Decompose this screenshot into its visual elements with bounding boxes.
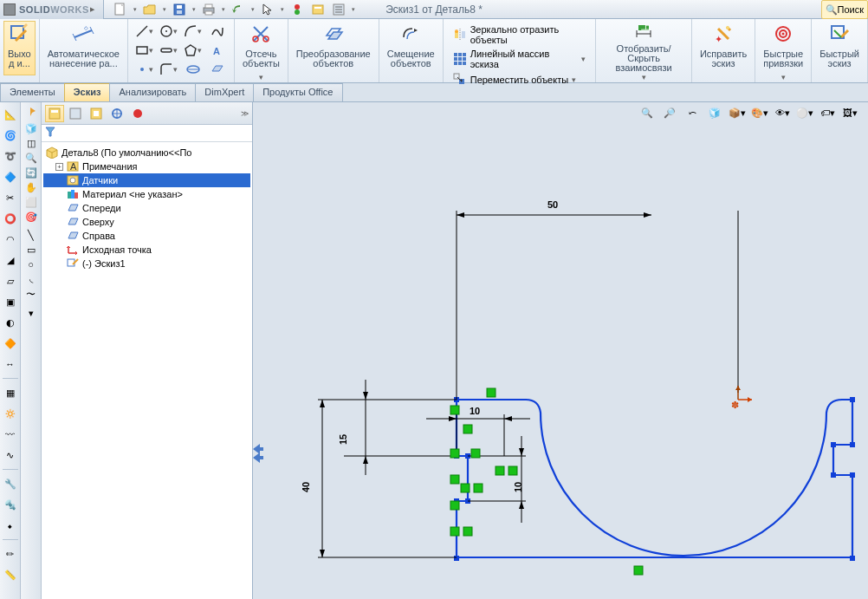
tree-sketch1[interactable]: (-) Эскиз1 xyxy=(43,257,250,270)
search-box[interactable]: 🔍 Поиск xyxy=(821,0,868,19)
vt-sketch2-icon[interactable]: 📏 xyxy=(2,566,19,583)
vt-sketch1-icon[interactable]: ✏ xyxy=(2,545,19,563)
st-arc-icon[interactable]: ◟ xyxy=(29,273,33,284)
st-view-icon[interactable]: 🧊 xyxy=(25,123,37,134)
dropdown-icon[interactable]: ▾ xyxy=(220,6,227,13)
dimension-50[interactable]: 50 xyxy=(457,199,738,400)
tree-plane-right[interactable]: Справа xyxy=(43,229,250,243)
vt-misc3-icon[interactable]: ⬥ xyxy=(2,517,19,534)
vt-mirror-icon[interactable]: 🔅 xyxy=(2,405,19,422)
ellipse-tool-button[interactable] xyxy=(182,61,204,78)
options-button[interactable] xyxy=(308,1,327,18)
vt-ref-icon[interactable]: 〰 xyxy=(2,426,19,443)
move-entities-button[interactable]: Переместить объекты ▾ xyxy=(449,71,591,88)
dropdown-icon[interactable]: ▾ xyxy=(279,6,286,13)
st-circle-icon[interactable]: ○ xyxy=(28,259,34,270)
tab-dimxpert[interactable]: DimXpert xyxy=(195,83,254,101)
st-zoom-icon[interactable]: 🔍 xyxy=(25,153,37,164)
slot-tool-button[interactable]: ▾ xyxy=(158,42,180,59)
undo-button[interactable] xyxy=(229,1,248,18)
dropdown-icon[interactable]: ▾ xyxy=(161,6,168,13)
vt-curve-icon[interactable]: ∿ xyxy=(2,446,19,464)
mirror-entities-button[interactable]: Зеркально отразить объекты xyxy=(449,23,591,47)
circle-tool-button[interactable]: ▾ xyxy=(158,23,180,40)
st-section-icon[interactable]: ◫ xyxy=(27,138,36,149)
sketch-profile[interactable] xyxy=(457,400,852,557)
confirmation-corner[interactable] xyxy=(253,444,263,463)
line-tool-button[interactable]: ▾ xyxy=(133,23,156,40)
tab-features[interactable]: Элементы xyxy=(0,83,65,101)
app-logo[interactable]: SOLIDWORKS ▶ xyxy=(0,0,104,19)
print-button[interactable] xyxy=(199,1,218,18)
st-more-icon[interactable]: ▾ xyxy=(29,308,34,319)
vt-loft-icon[interactable]: 🔷 xyxy=(2,168,19,186)
vt-extrude-icon[interactable]: 📐 xyxy=(2,106,19,123)
st-rect-icon[interactable]: ▭ xyxy=(27,244,36,256)
tree-origin[interactable]: Исходная точка xyxy=(43,243,250,257)
dropdown-icon[interactable]: ▾ xyxy=(249,6,256,13)
spline-tool-button[interactable] xyxy=(206,23,229,40)
open-button[interactable] xyxy=(140,1,159,18)
vt-misc2-icon[interactable]: 🔩 xyxy=(2,496,19,513)
vt-revolve-icon[interactable]: 🌀 xyxy=(2,127,19,144)
dropdown-icon[interactable]: ▾ xyxy=(191,6,198,13)
plane-tool-button[interactable] xyxy=(206,61,229,78)
vt-fillet-icon[interactable]: ◠ xyxy=(2,231,19,248)
properties-button[interactable] xyxy=(329,1,348,18)
dimension-40[interactable]: 40 xyxy=(301,400,457,557)
arc-tool-button[interactable]: ▾ xyxy=(182,23,204,40)
trim-button[interactable]: Отсечь объекты ▾ xyxy=(238,21,284,84)
feature-tree[interactable]: Деталь8 (По умолчанию<<По + A Примечания… xyxy=(42,142,252,274)
st-normal-icon[interactable]: ⬜ xyxy=(25,197,37,208)
new-button[interactable] xyxy=(111,1,130,18)
point-tool-button[interactable]: ▾ xyxy=(133,61,156,78)
tree-plane-top[interactable]: Сверху xyxy=(43,215,250,229)
dropdown-icon[interactable]: ▾ xyxy=(350,6,357,13)
quick-snaps-button[interactable]: Быстрые привязки ▾ xyxy=(759,21,807,84)
tree-annotations[interactable]: + A Примечания xyxy=(43,160,250,173)
st-line-icon[interactable]: ╲ xyxy=(28,230,34,241)
save-button[interactable] xyxy=(170,1,189,18)
vt-rib-icon[interactable]: ▱ xyxy=(2,272,19,290)
linear-pattern-button[interactable]: Линейный массив эскиза ▾ xyxy=(449,47,591,71)
fm-tab-dimxpert[interactable] xyxy=(107,105,126,122)
vt-sweep-icon[interactable]: ➰ xyxy=(2,147,19,165)
vt-shell-icon[interactable]: ▣ xyxy=(2,293,19,310)
text-tool-button[interactable]: A xyxy=(206,42,229,59)
rebuild-button[interactable] xyxy=(288,1,307,18)
vt-draft-icon[interactable]: ◐ xyxy=(2,314,19,331)
offset-entities-button[interactable]: Смещение объектов xyxy=(383,21,439,75)
exit-sketch-button[interactable]: Выхо д и... xyxy=(3,21,36,75)
fm-tab-config[interactable] xyxy=(87,105,106,122)
tree-material[interactable]: Материал <не указан> xyxy=(43,187,250,201)
vt-misc1-icon[interactable]: 🔧 xyxy=(2,475,19,492)
vt-wrap-icon[interactable]: 🔶 xyxy=(2,335,19,352)
tab-evaluate[interactable]: Анализировать xyxy=(109,83,196,101)
rectangle-tool-button[interactable]: ▾ xyxy=(133,42,156,59)
tab-office[interactable]: Продукты Office xyxy=(253,83,342,101)
rapid-sketch-button[interactable]: Быстрый эскиз xyxy=(815,21,864,75)
st-orient-icon[interactable]: 🎯 xyxy=(25,212,37,223)
select-button[interactable] xyxy=(258,1,277,18)
fm-tab-render[interactable] xyxy=(128,105,147,122)
panel-expand-icon[interactable]: ≫ xyxy=(241,109,249,118)
vt-hole-icon[interactable]: ⭕ xyxy=(2,210,19,227)
fillet-tool-button[interactable]: ▾ xyxy=(158,61,180,78)
st-pan-icon[interactable]: ✋ xyxy=(25,182,37,193)
tab-sketch[interactable]: Эскиз xyxy=(64,83,111,101)
dimension-15[interactable]: 15 xyxy=(338,380,457,475)
dropdown-icon[interactable]: ▾ xyxy=(132,6,139,13)
vt-pattern-icon[interactable]: ▦ xyxy=(2,384,19,401)
st-rotate-icon[interactable]: 🔄 xyxy=(25,167,37,179)
smart-dimension-button[interactable]: ⬦ Автоматическое нанесение ра... xyxy=(43,21,124,75)
dimension-10-horizontal[interactable]: 10 xyxy=(426,406,530,456)
st-spline-icon[interactable]: 〜 xyxy=(26,288,36,301)
convert-entities-button[interactable]: Преобразование объектов xyxy=(292,21,375,75)
vt-cut-icon[interactable]: ✂ xyxy=(2,189,19,206)
fm-tab-property[interactable] xyxy=(66,105,85,122)
display-relations-button[interactable]: 上 Отобразить/Скрыть взаимосвязи ▾ xyxy=(599,21,688,84)
tree-sensors[interactable]: Датчики xyxy=(43,173,250,187)
st-select-icon[interactable] xyxy=(25,106,37,120)
repair-sketch-button[interactable]: ✦ Исправить эскиз xyxy=(696,21,751,75)
tree-plane-front[interactable]: Спереди xyxy=(43,201,250,215)
